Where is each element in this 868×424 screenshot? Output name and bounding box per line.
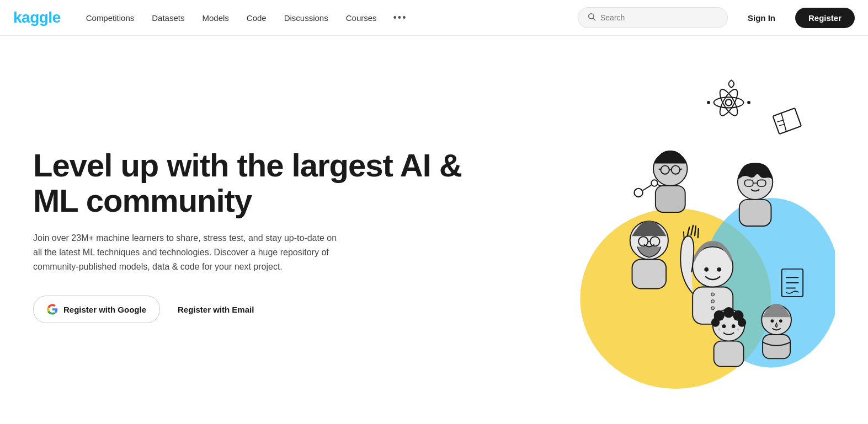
svg-point-44 [711, 293, 715, 296]
svg-line-13 [643, 185, 651, 191]
svg-point-4 [726, 99, 732, 106]
register-button[interactable]: Register [795, 8, 855, 28]
svg-point-42 [704, 267, 709, 272]
svg-line-17 [778, 120, 784, 122]
svg-point-11 [651, 180, 658, 187]
svg-rect-51 [739, 200, 771, 226]
svg-point-54 [723, 307, 734, 318]
search-bar[interactable] [578, 7, 728, 28]
svg-rect-34 [632, 260, 667, 289]
svg-line-39 [698, 229, 699, 238]
svg-rect-29 [656, 186, 685, 212]
hero-title: Level up with the largest AI & ML commun… [33, 148, 474, 218]
search-icon [587, 12, 596, 23]
svg-rect-66 [763, 335, 790, 358]
hero-illustration [474, 51, 835, 409]
svg-point-43 [717, 267, 722, 272]
nav-item-discussions[interactable]: Discussions [276, 9, 336, 27]
hero-cta: Register with Google Register with Email [33, 296, 474, 323]
svg-point-59 [732, 325, 736, 329]
logo-text: kaggle [13, 9, 61, 26]
svg-line-40 [684, 232, 684, 239]
svg-point-10 [635, 189, 643, 197]
svg-line-18 [779, 124, 784, 126]
search-input[interactable] [600, 13, 718, 22]
svg-point-60 [718, 329, 720, 331]
hero-description: Join over 23M+ machine learners to share… [33, 231, 342, 273]
svg-point-58 [722, 325, 726, 329]
svg-line-16 [780, 113, 788, 132]
svg-point-57 [738, 319, 746, 327]
google-icon [47, 304, 58, 315]
hero-section: Level up with the largest AI & ML commun… [0, 36, 868, 424]
community-illustration [474, 60, 835, 399]
nav-more-button[interactable]: ••• [387, 8, 414, 28]
svg-point-8 [707, 101, 710, 104]
svg-point-46 [711, 307, 715, 310]
svg-rect-15 [773, 108, 802, 134]
navbar: kaggle CompetitionsDatasetsModelsCodeDis… [0, 0, 868, 36]
kaggle-logo[interactable]: kaggle [13, 9, 61, 26]
navbar-right: Sign In Register [578, 7, 855, 28]
svg-point-61 [737, 329, 739, 331]
svg-point-45 [711, 300, 715, 303]
nav-item-competitions[interactable]: Competitions [78, 9, 142, 27]
sign-in-button[interactable]: Sign In [737, 9, 786, 27]
nav-item-models[interactable]: Models [194, 9, 236, 27]
nav-item-courses[interactable]: Courses [338, 9, 385, 27]
navbar-nav: CompetitionsDatasetsModelsCodeDiscussion… [78, 8, 578, 28]
nav-item-code[interactable]: Code [239, 9, 274, 27]
svg-point-64 [771, 319, 774, 323]
svg-point-9 [747, 101, 750, 104]
nav-item-datasets[interactable]: Datasets [144, 9, 192, 27]
svg-point-65 [779, 319, 782, 323]
hero-content: Level up with the largest AI & ML commun… [33, 137, 474, 323]
register-with-email-button[interactable]: Register with Email [178, 305, 254, 314]
svg-line-1 [593, 18, 595, 20]
svg-point-56 [711, 319, 720, 327]
svg-rect-62 [714, 341, 744, 367]
register-with-google-button[interactable]: Register with Google [33, 296, 160, 323]
